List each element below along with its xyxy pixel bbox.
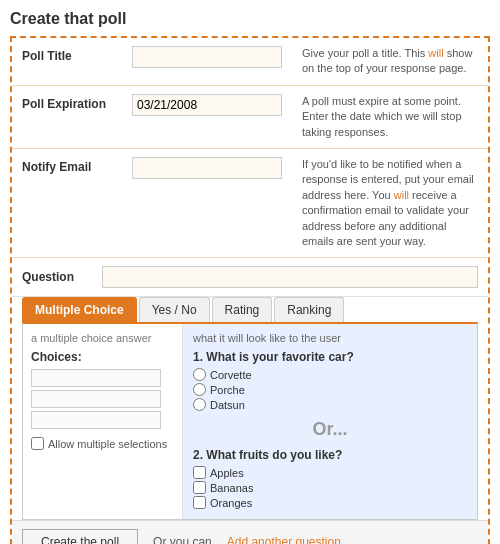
preview-q1-option-1-label: Corvette [210,369,252,381]
choice-input-1[interactable] [31,369,161,387]
poll-expiration-input[interactable] [132,94,282,116]
add-question-link[interactable]: Add another question [227,535,341,544]
poll-title-desc-text: Give your poll a title. This [302,47,428,59]
question-label: Question [22,270,92,284]
or-text: Or... [193,419,467,440]
main-box: Poll Title Give your poll a title. This … [10,36,490,544]
poll-expiration-row: Poll Expiration A poll must expire at so… [12,86,488,149]
page-title: Create that poll [10,10,490,28]
poll-title-desc: Give your poll a title. This will show o… [292,46,478,77]
choice-input-2[interactable] [31,390,161,408]
tab-right: what it will look like to the user 1. Wh… [183,324,477,519]
preview-q1-text: What is your favorite car? [206,350,353,364]
tab-left-header: a multiple choice answer [31,332,174,344]
preview-q2-option-2: Bananas [193,481,467,494]
preview-q1-number: 1. [193,350,203,364]
tab-content-multiple-choice: a multiple choice answer Choices: Allow … [22,322,478,520]
preview-q2-option-2-label: Bananas [210,482,253,494]
preview-q1-option-1: Corvette [193,368,467,381]
choice-input-3[interactable] [31,411,161,429]
tabs-container: Multiple Choice Yes / No Rating Ranking … [12,296,488,520]
tab-rating[interactable]: Rating [212,297,273,322]
question-input[interactable] [102,266,478,288]
poll-expiration-input-wrapper [132,94,292,116]
footer-or-text: Or you can [153,535,212,544]
page-container: Create that poll Poll Title Give your po… [0,0,500,544]
question-row: Question [12,258,488,296]
poll-title-row: Poll Title Give your poll a title. This … [12,38,488,86]
create-poll-button[interactable]: Create the poll [22,529,138,544]
poll-title-input[interactable] [132,46,282,68]
preview-q2-option-3-label: Oranges [210,497,252,509]
preview-q1-radio-3 [193,398,206,411]
allow-multiple-label: Allow multiple selections [48,438,167,450]
notify-email-will-link[interactable]: will [394,189,409,201]
tab-left: a multiple choice answer Choices: Allow … [23,324,183,519]
question-input-wrapper [102,266,478,288]
preview-q1-radio-2 [193,383,206,396]
preview-q2-option-1-label: Apples [210,467,244,479]
preview-q2-number: 2. [193,448,203,462]
notify-email-input[interactable] [132,157,282,179]
preview-q2-title: 2. What fruits do you like? [193,448,467,462]
tab-multiple-choice[interactable]: Multiple Choice [22,297,137,322]
poll-expiration-label: Poll Expiration [22,94,132,111]
notify-email-row: Notify Email If you'd like to be notifie… [12,149,488,258]
poll-title-will-link[interactable]: will [428,47,443,59]
tab-inner: a multiple choice answer Choices: Allow … [23,324,477,519]
preview-q1-title: 1. What is your favorite car? [193,350,467,364]
tab-ranking[interactable]: Ranking [274,297,344,322]
poll-expiration-desc: A poll must expire at some point. Enter … [292,94,478,140]
tab-right-header: what it will look like to the user [193,332,467,344]
preview-q1-option-2-label: Porche [210,384,245,396]
notify-email-label: Notify Email [22,157,132,174]
notify-email-desc: If you'd like to be notified when a resp… [292,157,478,249]
footer-row: Create the poll Or you can Add another q… [12,520,488,544]
preview-q1-option-2: Porche [193,383,467,396]
poll-title-input-wrapper [132,46,292,68]
tabs-bar: Multiple Choice Yes / No Rating Ranking [12,297,488,322]
allow-multiple-row: Allow multiple selections [31,437,174,450]
preview-q2-checkbox-2 [193,481,206,494]
preview-q1-option-3-label: Datsun [210,399,245,411]
allow-multiple-checkbox[interactable] [31,437,44,450]
preview-q2-checkbox-1 [193,466,206,479]
choices-label: Choices: [31,350,174,364]
notify-email-input-wrapper [132,157,292,179]
preview-q2-checkbox-3 [193,496,206,509]
preview-q2-text: What fruits do you like? [206,448,342,462]
tab-yes-no[interactable]: Yes / No [139,297,210,322]
preview-q1-radio-1 [193,368,206,381]
poll-title-label: Poll Title [22,46,132,63]
preview-q1-option-3: Datsun [193,398,467,411]
preview-q2-option-1: Apples [193,466,467,479]
preview-q2-option-3: Oranges [193,496,467,509]
